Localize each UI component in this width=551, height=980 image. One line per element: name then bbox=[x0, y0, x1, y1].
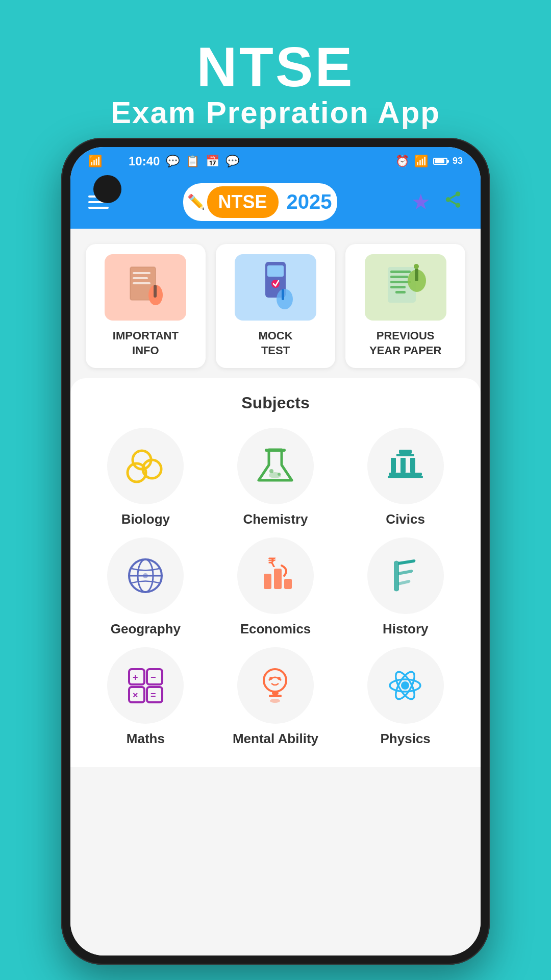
maths-label: Maths bbox=[127, 731, 165, 747]
svg-rect-6 bbox=[133, 272, 151, 274]
svg-rect-12 bbox=[267, 265, 284, 277]
wifi-icon: 📶 bbox=[414, 155, 428, 168]
logo-year: 2025 bbox=[287, 190, 332, 213]
svg-point-31 bbox=[278, 473, 281, 476]
previous-year-image bbox=[365, 254, 446, 321]
subjects-section: Subjects Biology bbox=[70, 378, 481, 767]
tablet-icon: 📋 bbox=[186, 155, 199, 168]
subjects-grid: Biology bbox=[86, 423, 465, 752]
mental-ability-icon-circle bbox=[237, 647, 314, 724]
economics-icon-circle: ₹ bbox=[237, 537, 314, 614]
subject-economics[interactable]: ₹ Economics bbox=[216, 537, 336, 637]
phone-screen: 📶 10:40 💬 📋 📅 💬 ⏰ 📶 93 bbox=[70, 147, 481, 955]
mock-test-label: MOCKTEST bbox=[258, 329, 292, 358]
svg-rect-17 bbox=[390, 271, 411, 273]
svg-text:−: − bbox=[151, 672, 156, 682]
svg-rect-19 bbox=[390, 281, 411, 283]
logo-ntse: NTSE bbox=[207, 186, 279, 218]
status-left: 📶 10:40 💬 📋 📅 💬 bbox=[88, 154, 239, 168]
svg-point-60 bbox=[270, 699, 280, 703]
civics-icon-circle bbox=[367, 428, 444, 504]
subject-geography[interactable]: Geography bbox=[86, 537, 206, 637]
svg-rect-44 bbox=[264, 574, 271, 589]
alarm-icon: ⏰ bbox=[395, 155, 409, 168]
geography-icon-circle bbox=[107, 537, 184, 614]
svg-rect-46 bbox=[284, 579, 292, 589]
previous-year-label: PREVIOUSYEAR PAPER bbox=[369, 329, 441, 358]
biology-icon-circle bbox=[107, 428, 184, 504]
svg-rect-33 bbox=[396, 454, 414, 456]
cards-section: IMPORTANTINFO bbox=[70, 229, 481, 378]
chemistry-icon-circle bbox=[237, 428, 314, 504]
signal-bars-icon: 📶 bbox=[88, 155, 102, 168]
subject-maths[interactable]: + − = × Maths bbox=[86, 647, 206, 747]
star-icon[interactable]: ★ bbox=[411, 189, 431, 214]
subject-chemistry[interactable]: Chemistry bbox=[216, 428, 336, 527]
important-info-image bbox=[105, 254, 186, 321]
app-subtitle: Exam Prepration App bbox=[111, 95, 440, 130]
svg-rect-34 bbox=[389, 473, 422, 476]
svg-rect-36 bbox=[400, 458, 406, 473]
status-bar: 📶 10:40 💬 📋 📅 💬 ⏰ 📶 93 bbox=[70, 147, 481, 175]
svg-rect-32 bbox=[399, 450, 412, 454]
pencil-icon: ✏️ bbox=[187, 193, 205, 210]
svg-rect-45 bbox=[274, 569, 282, 589]
physics-icon-circle bbox=[367, 647, 444, 724]
subjects-title: Subjects bbox=[86, 394, 465, 412]
maths-icon-circle: + − = × bbox=[107, 647, 184, 724]
important-info-card[interactable]: IMPORTANTINFO bbox=[86, 244, 206, 368]
subject-physics[interactable]: Physics bbox=[345, 647, 465, 747]
svg-rect-21 bbox=[395, 291, 406, 293]
history-label: History bbox=[383, 621, 429, 637]
whatsapp-icon: 💬 bbox=[166, 155, 180, 168]
svg-text:=: = bbox=[151, 690, 156, 700]
svg-rect-58 bbox=[272, 692, 279, 695]
message-icon: 💬 bbox=[226, 155, 239, 168]
svg-text:×: × bbox=[133, 690, 138, 700]
svg-text:₹: ₹ bbox=[268, 556, 276, 570]
share-icon[interactable] bbox=[443, 190, 463, 214]
svg-rect-35 bbox=[391, 458, 396, 473]
logo-container: ✏️ NTSE 2025 bbox=[183, 183, 337, 221]
svg-point-1 bbox=[446, 197, 451, 202]
svg-rect-23 bbox=[415, 268, 418, 281]
civics-label: Civics bbox=[386, 511, 425, 527]
svg-line-4 bbox=[450, 195, 456, 198]
svg-point-61 bbox=[401, 681, 409, 690]
mental-ability-label: Mental Ability bbox=[233, 731, 318, 747]
svg-point-0 bbox=[456, 191, 461, 197]
svg-point-56 bbox=[269, 677, 272, 680]
mock-test-card[interactable]: MOCKTEST bbox=[216, 244, 336, 368]
nav-header: ✏️ NTSE 2025 ★ bbox=[70, 175, 481, 229]
svg-point-57 bbox=[278, 677, 281, 680]
camera-notch bbox=[93, 175, 121, 203]
svg-rect-37 bbox=[410, 458, 415, 473]
subject-mental-ability[interactable]: Mental Ability bbox=[216, 647, 336, 747]
important-info-label: IMPORTANTINFO bbox=[113, 329, 179, 358]
previous-year-card[interactable]: PREVIOUSYEAR PAPER bbox=[345, 244, 465, 368]
subject-biology[interactable]: Biology bbox=[86, 428, 206, 527]
economics-label: Economics bbox=[240, 621, 311, 637]
svg-rect-18 bbox=[390, 276, 408, 278]
svg-point-30 bbox=[269, 469, 273, 473]
battery-indicator bbox=[433, 158, 447, 165]
mock-test-image bbox=[235, 254, 316, 321]
status-right: ⏰ 📶 93 bbox=[395, 155, 463, 168]
subject-history[interactable]: History bbox=[345, 537, 465, 637]
main-content: IMPORTANTINFO bbox=[70, 229, 481, 955]
calendar-icon: 📅 bbox=[206, 155, 219, 168]
svg-rect-7 bbox=[133, 277, 148, 279]
svg-rect-28 bbox=[265, 449, 286, 452]
svg-text:+: + bbox=[133, 672, 138, 682]
status-time: 10:40 bbox=[129, 154, 160, 168]
history-icon-circle bbox=[367, 537, 444, 614]
svg-rect-59 bbox=[269, 695, 282, 697]
svg-rect-8 bbox=[133, 282, 151, 284]
geography-label: Geography bbox=[111, 621, 181, 637]
svg-rect-20 bbox=[390, 286, 406, 288]
subject-civics[interactable]: Civics bbox=[345, 428, 465, 527]
svg-point-42 bbox=[143, 573, 148, 578]
app-header-section: NTSE Exam Prepration App bbox=[0, 0, 551, 153]
svg-point-2 bbox=[456, 203, 461, 208]
biology-label: Biology bbox=[121, 511, 170, 527]
